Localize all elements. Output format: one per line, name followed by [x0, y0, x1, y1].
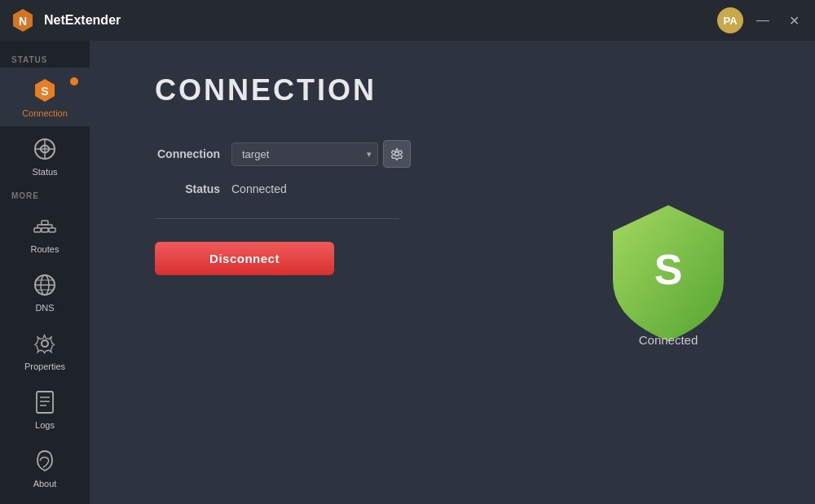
svg-text:N: N: [19, 15, 27, 28]
status-field-label: Status: [155, 182, 220, 195]
content-area: CONNECTION Connection target ▾: [90, 41, 815, 504]
status-icon: [30, 134, 59, 164]
logs-icon: [30, 388, 59, 417]
status-row: Status Connected: [155, 182, 481, 195]
connection-dropdown[interactable]: target: [231, 142, 378, 166]
connection-field-label: Connection: [155, 147, 220, 160]
settings-gear-button[interactable]: [383, 140, 411, 168]
minimize-button[interactable]: —: [751, 9, 774, 32]
sidebar-item-status[interactable]: Status: [0, 126, 90, 185]
more-section-label: MORE: [0, 185, 90, 204]
sidebar-item-properties-label: Properties: [24, 362, 65, 371]
disconnect-button[interactable]: Disconnect: [155, 242, 334, 275]
svg-point-21: [42, 340, 48, 347]
main-layout: STATUS S Connection: [0, 41, 815, 504]
app-logo: N: [10, 7, 36, 33]
sidebar-item-about-label: About: [33, 479, 57, 489]
svg-rect-22: [37, 392, 53, 413]
svg-text:S: S: [41, 85, 48, 98]
titlebar: N NetExtender PA — ✕: [0, 0, 815, 41]
svg-rect-8: [42, 228, 48, 232]
sidebar-item-routes[interactable]: Routes: [0, 204, 90, 262]
page-title: CONNECTION: [155, 73, 766, 107]
sidebar: STATUS S Connection: [0, 41, 90, 504]
svg-rect-9: [49, 228, 55, 232]
sidebar-item-dns[interactable]: DNS: [0, 262, 90, 321]
gear-icon: [390, 147, 403, 160]
sidebar-item-connection[interactable]: S Connection: [0, 68, 90, 126]
connection-select-wrapper: target ▾: [231, 142, 378, 166]
dns-icon: [30, 270, 59, 300]
app-title: NetExtender: [44, 13, 717, 28]
sidebar-item-properties[interactable]: Properties: [0, 321, 90, 379]
sidebar-item-logs-label: Logs: [35, 420, 55, 430]
window-controls: PA — ✕: [717, 7, 805, 33]
status-value: Connected: [231, 182, 287, 195]
sidebar-item-connection-label: Connection: [22, 108, 68, 118]
connection-row: Connection target ▾: [155, 140, 481, 168]
routes-icon: [30, 212, 59, 241]
sidebar-item-logs[interactable]: Logs: [0, 379, 90, 438]
sonicwall-brand: SONICWALL®: [0, 497, 90, 504]
connection-form: Connection target ▾: [155, 140, 481, 275]
properties-icon: [30, 329, 59, 358]
svg-text:S: S: [654, 246, 683, 293]
svg-rect-7: [34, 228, 41, 232]
connection-select-group: target ▾: [231, 140, 411, 168]
status-section-label: STATUS: [0, 49, 90, 68]
divider: [155, 218, 399, 219]
user-avatar[interactable]: PA: [717, 7, 743, 33]
shield-graphic: S: [603, 199, 734, 349]
sidebar-item-dns-label: DNS: [35, 303, 54, 313]
close-button[interactable]: ✕: [782, 9, 805, 32]
shield-container: S Connected: [603, 199, 734, 347]
about-icon: [30, 446, 59, 476]
connection-status-dot: [70, 77, 78, 85]
sidebar-item-status-label: Status: [32, 167, 57, 177]
sidebar-item-about[interactable]: About: [0, 438, 90, 497]
connection-icon: S: [30, 76, 59, 105]
svg-point-26: [395, 152, 399, 156]
sidebar-item-routes-label: Routes: [31, 244, 59, 254]
shield-status-label: Connected: [639, 333, 698, 347]
